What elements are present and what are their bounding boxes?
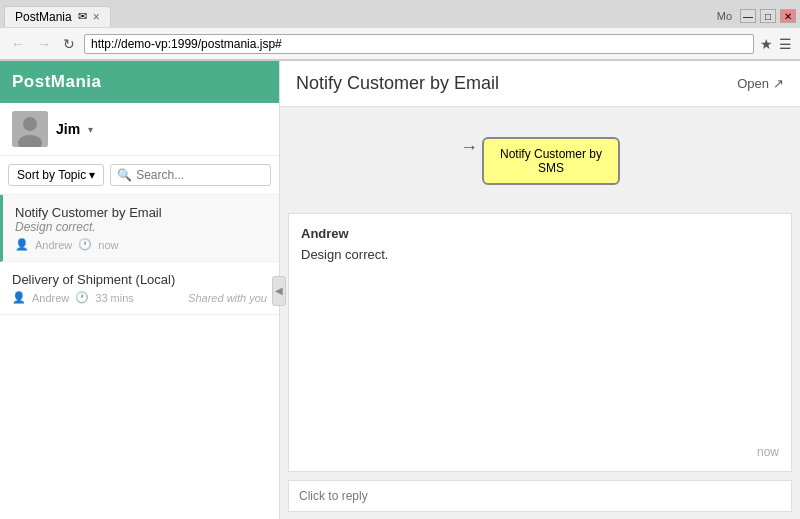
list-item-time: 33 mins bbox=[95, 292, 134, 304]
main-header: Notify Customer by Email Open ↗ bbox=[280, 61, 800, 107]
collapse-arrow-icon: ◀ bbox=[275, 285, 283, 296]
sort-by-topic-button[interactable]: Sort by Topic ▾ bbox=[8, 164, 104, 186]
search-icon: 🔍 bbox=[117, 168, 132, 182]
open-label: Open bbox=[737, 76, 769, 91]
list-item-title: Delivery of Shipment (Local) bbox=[12, 272, 267, 287]
tab-title: PostMania bbox=[15, 10, 72, 24]
main-title: Notify Customer by Email bbox=[296, 73, 499, 94]
user-name: Jim bbox=[56, 121, 80, 137]
list-item-meta: 👤 Andrew 🕐 33 mins Shared with you bbox=[12, 291, 267, 304]
diagram-arrow-icon: → bbox=[460, 137, 478, 158]
diagram-node[interactable]: Notify Customer by SMS bbox=[482, 137, 620, 185]
sort-label: Sort by Topic bbox=[17, 168, 86, 182]
list-item-user: Andrew bbox=[35, 239, 72, 251]
sidebar-header: PostMania bbox=[0, 61, 279, 103]
forward-button[interactable]: → bbox=[34, 36, 54, 52]
reload-button[interactable]: ↻ bbox=[60, 36, 78, 52]
message-sender: Andrew bbox=[301, 226, 779, 241]
list-item-user: Andrew bbox=[32, 292, 69, 304]
app-container: PostMania Jim ▾ Sort by Topic ▾ 🔍 Notify… bbox=[0, 61, 800, 519]
browser-tab[interactable]: PostMania ✉ × bbox=[4, 6, 111, 27]
window-controls: Mo — □ ✕ bbox=[717, 9, 796, 23]
browser-chrome: PostMania ✉ × Mo — □ ✕ ← → ↻ ★ ☰ bbox=[0, 0, 800, 61]
user-icon: 👤 bbox=[15, 238, 29, 251]
diagram-node-text: Notify Customer by SMS bbox=[500, 147, 602, 175]
list-item-meta: 👤 Andrew 🕐 now bbox=[15, 238, 267, 251]
sort-arrow-icon: ▾ bbox=[89, 168, 95, 182]
close-button[interactable]: ✕ bbox=[780, 9, 796, 23]
bookmark-icon[interactable]: ★ bbox=[760, 36, 773, 52]
list-item-subtitle: Design correct. bbox=[15, 220, 267, 234]
minimize-button[interactable]: — bbox=[740, 9, 756, 23]
filter-bar: Sort by Topic ▾ 🔍 bbox=[0, 156, 279, 195]
clock-icon: 🕐 bbox=[78, 238, 92, 251]
diagram-area: → Notify Customer by SMS bbox=[280, 107, 800, 205]
collapse-handle[interactable]: ◀ bbox=[272, 276, 286, 306]
window-label: Mo bbox=[717, 10, 732, 22]
message-body: Design correct. bbox=[301, 247, 779, 445]
message-panel: Andrew Design correct. now bbox=[288, 213, 792, 472]
open-icon: ↗ bbox=[773, 76, 784, 91]
app-logo: PostMania bbox=[12, 72, 102, 92]
tab-bar: PostMania ✉ × Mo — □ ✕ bbox=[0, 0, 800, 28]
user-dropdown-arrow[interactable]: ▾ bbox=[88, 124, 93, 135]
message-time: now bbox=[757, 445, 779, 459]
sidebar: PostMania Jim ▾ Sort by Topic ▾ 🔍 Notify… bbox=[0, 61, 280, 519]
list-item-title: Notify Customer by Email bbox=[15, 205, 267, 220]
maximize-button[interactable]: □ bbox=[760, 9, 776, 23]
tab-favicon: ✉ bbox=[78, 10, 87, 23]
open-button[interactable]: Open ↗ bbox=[737, 76, 784, 91]
list-item[interactable]: Notify Customer by Email Design correct.… bbox=[0, 195, 279, 262]
search-box: 🔍 bbox=[110, 164, 271, 186]
address-bar[interactable] bbox=[84, 34, 754, 54]
shared-badge: Shared with you bbox=[188, 292, 267, 304]
list-item-time: now bbox=[98, 239, 118, 251]
tab-close[interactable]: × bbox=[93, 10, 100, 24]
avatar bbox=[12, 111, 48, 147]
user-icon: 👤 bbox=[12, 291, 26, 304]
user-section: Jim ▾ bbox=[0, 103, 279, 156]
main-content: ◀ Notify Customer by Email Open ↗ → Noti… bbox=[280, 61, 800, 519]
reply-input[interactable] bbox=[289, 481, 791, 511]
list-item[interactable]: Delivery of Shipment (Local) 👤 Andrew 🕐 … bbox=[0, 262, 279, 315]
back-button[interactable]: ← bbox=[8, 36, 28, 52]
clock-icon: 🕐 bbox=[75, 291, 89, 304]
search-input[interactable] bbox=[136, 168, 264, 182]
reply-area[interactable] bbox=[288, 480, 792, 512]
nav-bar: ← → ↻ ★ ☰ bbox=[0, 28, 800, 60]
menu-icon[interactable]: ☰ bbox=[779, 36, 792, 52]
